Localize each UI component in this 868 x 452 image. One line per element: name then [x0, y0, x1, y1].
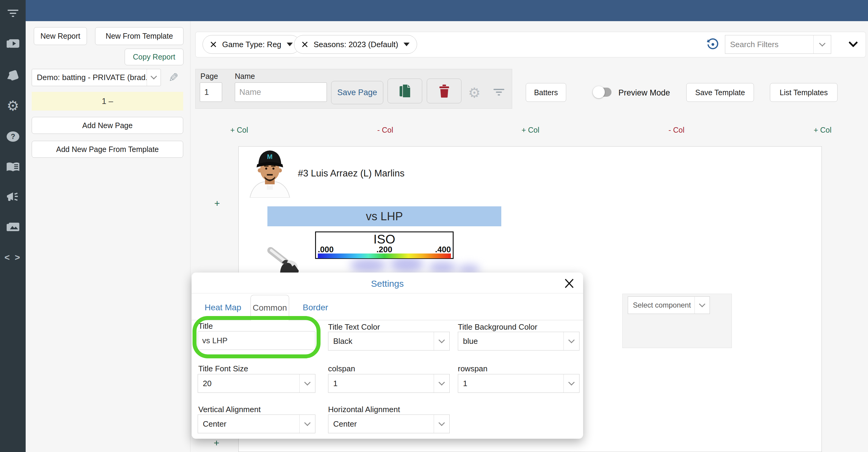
chevron-down-icon[interactable]	[404, 43, 409, 46]
page-filter-icon[interactable]	[493, 88, 505, 97]
copy-page-button[interactable]	[388, 79, 422, 103]
preview-mode-label: Preview Mode	[618, 88, 670, 97]
copy-document-icon	[399, 84, 411, 98]
left-panel-divider	[190, 21, 190, 452]
chevron-down-icon[interactable]	[287, 43, 293, 46]
remove-filter-icon[interactable]	[210, 41, 217, 48]
filter-chip-label: Seasons: 2023 (Default)	[314, 40, 398, 49]
remove-column-button[interactable]: - Col	[377, 126, 393, 135]
filter-chip-game-type[interactable]: Game Type: Reg	[203, 35, 300, 54]
filter-chip-label: Game Type: Reg	[222, 40, 281, 49]
title-text-color-select[interactable]: Black	[328, 332, 450, 350]
handbook-icon[interactable]	[0, 158, 26, 176]
add-new-page-button[interactable]: Add New Page	[32, 117, 183, 134]
search-filters-caret	[813, 35, 831, 54]
page-indicator: 1 –	[102, 97, 113, 106]
filter-icon[interactable]	[0, 4, 26, 22]
filter-chip-seasons[interactable]: Seasons: 2023 (Default)	[294, 35, 417, 54]
trash-icon	[439, 84, 450, 98]
add-row-button[interactable]: +	[214, 198, 220, 209]
select-component-placeholder: Select component	[628, 297, 694, 314]
edit-report-pencil-icon[interactable]: ✎	[168, 71, 179, 85]
tab-border[interactable]: Border	[303, 303, 328, 312]
legend-tick-mid: .200	[376, 246, 392, 253]
select-caret	[300, 374, 315, 393]
svg-text:M: M	[267, 153, 273, 161]
batters-button[interactable]: Batters	[526, 83, 566, 102]
name-label: Name	[235, 72, 255, 81]
section-title-bar[interactable]: vs LHP	[268, 206, 501, 226]
select-component-dropdown[interactable]: Select component	[628, 296, 710, 314]
delete-page-button[interactable]	[427, 79, 462, 103]
horizontal-alignment-select[interactable]: Center	[328, 415, 450, 433]
search-filters-placeholder: Search Filters	[725, 35, 813, 54]
report-select-value: Demo: batting - PRIVATE (brad...	[32, 69, 147, 86]
collapse-filterbar-chevron-icon[interactable]	[850, 39, 857, 47]
colspan-select[interactable]: 1	[328, 374, 450, 393]
legend-tick-max: .400	[435, 246, 451, 253]
title-background-color-select[interactable]: blue	[458, 332, 580, 350]
filter-history-icon[interactable]	[706, 38, 719, 52]
vertical-alignment-label: Vertical Alignment	[198, 405, 261, 414]
player-name: #3 Luis Arraez (L) Marlins	[298, 168, 404, 179]
remove-column-button[interactable]: - Col	[669, 126, 684, 135]
modal-divider	[192, 293, 583, 293]
settings-modal: Settings Heat Map Common Border Title Ti…	[192, 273, 583, 439]
rowspan-select[interactable]: 1	[458, 374, 580, 393]
save-page-button[interactable]: Save Page	[331, 81, 383, 104]
tab-common[interactable]: Common	[250, 295, 289, 320]
settings-modal-title: Settings	[192, 279, 583, 289]
title-field-label: Title	[198, 321, 213, 331]
preview-mode-toggle[interactable]	[594, 88, 612, 97]
close-icon[interactable]	[564, 278, 575, 289]
save-template-button[interactable]: Save Template	[686, 83, 754, 102]
add-new-page-from-template-button[interactable]: Add New Page From Template	[32, 141, 183, 158]
tab-common-label: Common	[253, 303, 287, 313]
component-placeholder-cell: Select component	[622, 294, 732, 348]
colspan-value: 1	[329, 374, 434, 393]
add-column-button[interactable]: + Col	[522, 126, 539, 135]
legend-color-scale	[318, 254, 451, 258]
new-report-button[interactable]: New Report	[34, 27, 87, 45]
select-caret	[434, 374, 450, 393]
legend-tick-min: .000	[318, 246, 334, 253]
top-nav-bar	[26, 0, 868, 21]
search-filters-select[interactable]: Search Filters	[725, 35, 831, 54]
announcements-icon[interactable]	[0, 188, 26, 206]
page-number-input[interactable]	[200, 83, 222, 102]
title-input[interactable]	[198, 331, 315, 350]
heatmap-legend: ISO .000 .200 .400	[315, 231, 454, 259]
heatmap-blur	[458, 265, 480, 273]
heatmap-blur	[350, 259, 386, 272]
image-library-icon[interactable]	[0, 218, 26, 236]
horizontal-alignment-value: Center	[329, 415, 434, 433]
add-column-button[interactable]: + Col	[814, 126, 832, 135]
settings-gear-icon[interactable]: ⚙	[0, 97, 26, 115]
rowspan-label: rowspan	[458, 364, 488, 373]
list-templates-button[interactable]: List Templates	[770, 83, 838, 102]
remove-filter-icon[interactable]	[302, 41, 308, 48]
add-row-button-bottom[interactable]: +	[214, 437, 219, 449]
new-from-template-button[interactable]: New From Template	[95, 27, 184, 45]
title-background-color-value: blue	[458, 332, 563, 350]
page-label: Page	[200, 72, 218, 81]
rowspan-value: 1	[458, 374, 563, 393]
add-column-button[interactable]: + Col	[230, 126, 248, 135]
copy-report-button[interactable]: Copy Report	[125, 49, 184, 65]
heatmap-blur	[429, 262, 456, 273]
title-font-size-select[interactable]: 20	[198, 374, 315, 393]
title-text-color-label: Title Text Color	[328, 322, 380, 332]
code-icon[interactable]: < >	[0, 248, 26, 266]
help-icon[interactable]: ?	[0, 128, 26, 146]
tab-heat-map[interactable]: Heat Map	[205, 303, 241, 312]
video-library-icon[interactable]	[0, 34, 26, 53]
select-caret	[300, 415, 315, 433]
legend-metric: ISO	[316, 232, 453, 246]
report-select[interactable]: Demo: batting - PRIVATE (brad...	[32, 69, 161, 86]
page-list-item-selected[interactable]: 1 –	[32, 92, 183, 111]
title-font-size-label: Title Font Size	[198, 364, 248, 373]
vertical-alignment-select[interactable]: Center	[198, 415, 315, 433]
page-settings-gear-icon[interactable]: ⚙	[468, 85, 480, 101]
page-name-input[interactable]	[235, 83, 327, 102]
cards-icon[interactable]	[0, 66, 26, 84]
